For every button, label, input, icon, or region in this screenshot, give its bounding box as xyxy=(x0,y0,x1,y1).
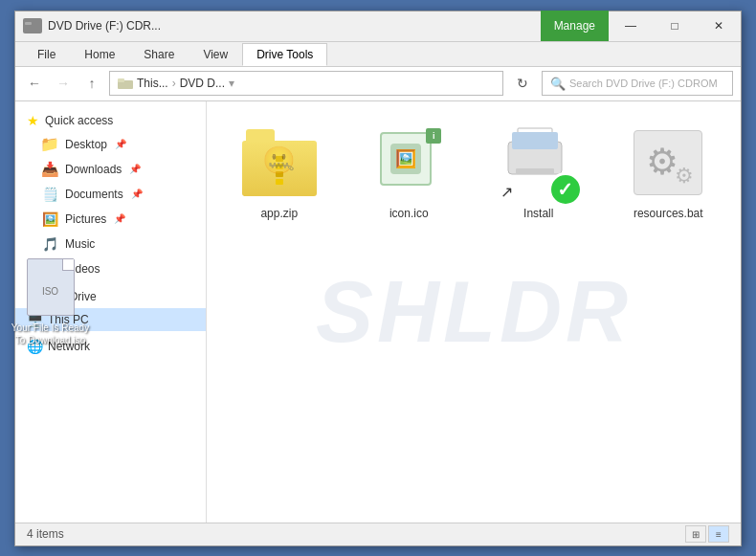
window-controls: — □ ✕ xyxy=(609,11,741,41)
install-icon-wrap: ↗ ✓ xyxy=(500,124,577,201)
sidebar-desktop-label: Desktop xyxy=(65,138,107,151)
tab-view[interactable]: View xyxy=(189,43,242,66)
resources-icon: ⚙ ⚙ xyxy=(634,130,702,195)
item-count: 4 items xyxy=(27,527,64,541)
title-bar-left: DVD Drive (F:) CDR... xyxy=(15,18,541,33)
svg-rect-7 xyxy=(516,168,554,174)
iconico-filename: icon.ico xyxy=(389,207,429,220)
file-item-iconico[interactable]: 🖼️ i icon.ico xyxy=(352,117,467,228)
tab-file[interactable]: File xyxy=(23,43,70,66)
main-area: ★ Quick access 📁 Desktop 📌 📥 Downloads 📌… xyxy=(15,101,741,523)
status-bar: 4 items ⊞ ≡ xyxy=(15,523,741,545)
address-bar: ← → ↑ This... › DVD D... ▾ ↻ 🔍 Search DV… xyxy=(15,67,741,101)
file-item-resourcesbat[interactable]: ⚙ ⚙ resources.bat xyxy=(611,117,726,228)
sidebar-pictures-label: Pictures xyxy=(65,212,106,226)
ribbon-tabs: File Home Share View Drive Tools xyxy=(15,42,741,67)
zip-folder-icon: 🤐 xyxy=(242,129,317,196)
install-filename: Install xyxy=(523,207,553,220)
manage-button[interactable]: Manage xyxy=(541,11,609,41)
forward-button[interactable]: → xyxy=(52,72,75,95)
window-icon xyxy=(23,18,42,33)
pictures-pin-icon: 📌 xyxy=(114,213,125,224)
file-grid: 🤐 app.zip 🖼️ i xyxy=(222,117,725,228)
sidebar-downloads-label: Downloads xyxy=(65,163,122,176)
file-item-install[interactable]: ↗ ✓ xyxy=(481,117,596,228)
window-title: DVD Drive (F:) CDR... xyxy=(48,19,161,33)
title-bar: DVD Drive (F:) CDR... Manage — □ ✕ xyxy=(15,11,741,42)
resourcesbat-icon-wrap: ⚙ ⚙ xyxy=(630,124,706,201)
view-toggles: ⊞ ≡ xyxy=(685,525,729,543)
documents-pin-icon: 📌 xyxy=(131,189,143,199)
refresh-button[interactable]: ↻ xyxy=(509,70,536,97)
gear-small-icon: ⚙ xyxy=(675,164,694,189)
shortcut-arrow-icon: ↗ xyxy=(500,183,513,201)
svg-rect-1 xyxy=(25,22,32,25)
tab-drive-tools[interactable]: Drive Tools xyxy=(242,43,327,66)
desktop-folder-icon: 📁 xyxy=(42,137,57,152)
ico-icon: 🖼️ i xyxy=(380,132,437,193)
sidebar-item-desktop[interactable]: 📁 Desktop 📌 xyxy=(15,132,206,157)
resourcesbat-filename: resources.bat xyxy=(634,207,703,220)
sidebar-item-downloads[interactable]: 📥 Downloads 📌 xyxy=(15,157,206,182)
watermark-text: SHLDR xyxy=(316,262,632,361)
search-placeholder: Search DVD Drive (F:) CDROM xyxy=(569,78,718,89)
tab-share[interactable]: Share xyxy=(129,43,189,66)
pictures-folder-icon: 🖼️ xyxy=(42,211,57,227)
view-toggle-grid[interactable]: ⊞ xyxy=(685,525,706,543)
downloads-pin-icon: 📌 xyxy=(129,164,141,174)
svg-rect-3 xyxy=(118,78,124,82)
view-toggle-list[interactable]: ≡ xyxy=(708,525,729,543)
sidebar-item-documents[interactable]: 🗒️ Documents 📌 xyxy=(15,182,206,207)
search-box[interactable]: 🔍 Search DVD Drive (F:) CDROM xyxy=(542,71,733,96)
quick-access-icon: ★ xyxy=(27,113,39,128)
content-area: SHLDR xyxy=(207,101,741,523)
breadcrumb-2[interactable]: DVD D... xyxy=(180,77,225,90)
iconico-icon-wrap: 🖼️ i xyxy=(370,124,447,201)
file-item-appzip[interactable]: 🤐 app.zip xyxy=(222,117,337,228)
appzip-filename: app.zip xyxy=(260,207,298,220)
up-button[interactable]: ↑ xyxy=(80,72,103,95)
back-button[interactable]: ← xyxy=(23,72,46,95)
gear-main-icon: ⚙ xyxy=(646,141,678,183)
printer-icon: ↗ ✓ xyxy=(500,124,577,201)
appzip-icon-wrap: 🤐 xyxy=(241,124,318,201)
address-box[interactable]: This... › DVD D... ▾ xyxy=(109,71,503,96)
breadcrumb-separator: › xyxy=(172,77,176,90)
address-folder-icon xyxy=(118,78,133,89)
iso-file-label: Your File Is Ready To Download.iso xyxy=(10,322,91,346)
maximize-button[interactable]: □ xyxy=(653,11,697,41)
svg-rect-6 xyxy=(512,132,558,149)
downloads-folder-icon: 📥 xyxy=(42,162,57,177)
sidebar-item-pictures[interactable]: 🖼️ Pictures 📌 xyxy=(15,207,206,232)
close-button[interactable]: ✕ xyxy=(697,11,741,41)
explorer-window: DVD Drive (F:) CDR... Manage — □ ✕ File … xyxy=(14,11,742,546)
quick-access-label: Quick access xyxy=(45,114,113,127)
breadcrumb-dropdown[interactable]: ▾ xyxy=(229,77,234,90)
search-icon: 🔍 xyxy=(550,77,566,91)
desktop-file[interactable]: ISO Your File Is Ready To Download.iso xyxy=(10,258,91,346)
tab-home[interactable]: Home xyxy=(70,43,129,66)
desktop-pin-icon: 📌 xyxy=(115,139,126,149)
sidebar-quick-access[interactable]: ★ Quick access xyxy=(15,109,206,132)
sidebar-documents-label: Documents xyxy=(65,188,123,201)
documents-folder-icon: 🗒️ xyxy=(42,187,57,202)
music-icon: 🎵 xyxy=(42,236,57,252)
iso-file-icon: ISO xyxy=(27,258,75,316)
sidebar-item-music[interactable]: 🎵 Music xyxy=(15,232,206,256)
sidebar-music-label: Music xyxy=(65,237,95,251)
minimize-button[interactable]: — xyxy=(609,11,653,41)
breadcrumb-1[interactable]: This... xyxy=(137,77,168,90)
check-badge-icon: ✓ xyxy=(548,172,583,207)
